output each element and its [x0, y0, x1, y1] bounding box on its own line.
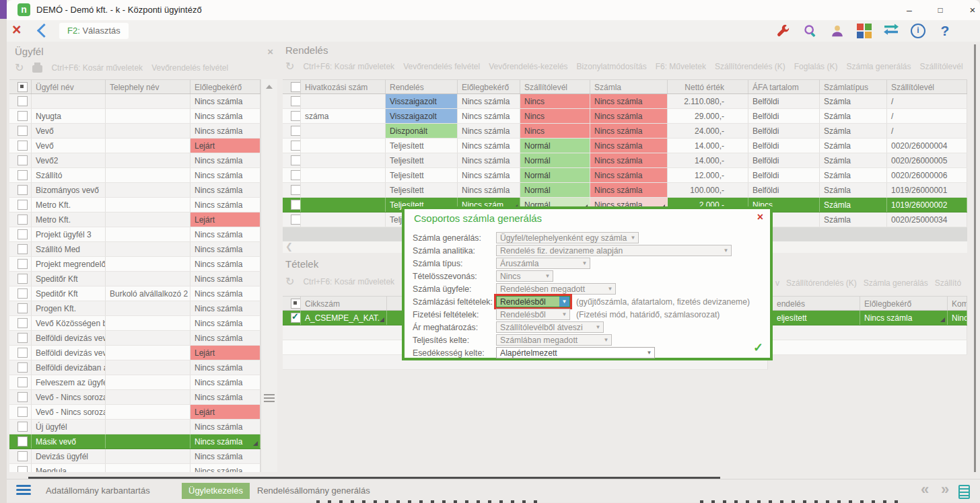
dropdown-6[interactable]: Rendelésből▼: [496, 296, 570, 307]
row-checkbox[interactable]: [18, 436, 28, 447]
dropdown-10[interactable]: Alapértelmezett▼: [496, 347, 655, 358]
nav-prev-icon[interactable]: «: [921, 481, 929, 498]
toolbar-action[interactable]: Vevőrendelés felvétel: [403, 62, 480, 71]
table-row[interactable]: Vevő - Nincs sorozatLejárt: [9, 405, 260, 420]
row-checkbox[interactable]: [291, 141, 301, 151]
row-checkbox[interactable]: [291, 126, 301, 136]
row-checkbox[interactable]: [291, 313, 301, 323]
info-icon[interactable]: i: [910, 23, 926, 39]
table-row[interactable]: Progen Kft.Nincs számla: [9, 301, 260, 316]
table-row[interactable]: Speditőr KftBurkoló alvállalkozó 2Nincs …: [9, 286, 260, 301]
list-panel-icon[interactable]: [958, 485, 970, 499]
table-row[interactable]: VisszaigazoltNincs számlaNincsNincs szám…: [283, 94, 967, 109]
row-checkbox[interactable]: [18, 259, 28, 269]
close-icon[interactable]: ×: [12, 21, 21, 39]
row-checkbox[interactable]: [18, 155, 28, 165]
maximize-button[interactable]: □: [929, 2, 952, 18]
row-checkbox[interactable]: [291, 200, 301, 210]
row-checkbox[interactable]: [18, 348, 28, 358]
table-row[interactable]: Projekt megrendelőNincs számla: [9, 257, 260, 272]
row-checkbox[interactable]: [291, 82, 301, 92]
row-checkbox[interactable]: [18, 185, 28, 195]
dropdown-2[interactable]: Rendelés fiz. devizaneme alapján▼: [496, 245, 732, 256]
refresh-icon[interactable]: ↻: [285, 277, 294, 286]
row-checkbox[interactable]: [18, 274, 28, 284]
toolbar-action[interactable]: F6: Műveletek: [656, 62, 706, 71]
dropdown-7[interactable]: Rendelésből▼: [496, 309, 570, 320]
table-row[interactable]: TeljesítettNincs számlaNormálNincs száml…: [283, 168, 967, 183]
window-scrollbar[interactable]: [974, 44, 976, 472]
toolbar-action[interactable]: Számla generálás: [846, 62, 911, 71]
row-checkbox[interactable]: [18, 422, 28, 432]
refresh-icon[interactable]: ↻: [285, 62, 294, 71]
toolbar-action[interactable]: Ctrl+F6: Kosár műveletek: [303, 277, 394, 286]
row-checkbox[interactable]: [18, 82, 28, 92]
tab-rendelesallomany[interactable]: Rendelésállomány generálás: [250, 483, 377, 499]
back-icon[interactable]: [37, 24, 51, 38]
row-checkbox[interactable]: [18, 229, 28, 239]
dropdown-1[interactable]: Ügyfel/telephelyenként egy számla▼: [496, 232, 639, 243]
dropdown-3[interactable]: Áruszámla▼: [496, 258, 590, 269]
row-checkbox[interactable]: [18, 318, 28, 328]
row-checkbox[interactable]: [18, 200, 28, 210]
table-row[interactable]: Nincs számla: [9, 94, 260, 109]
panel-close-icon[interactable]: ×: [267, 46, 273, 57]
table-row[interactable]: Vevő Közösségen beNincs számla: [9, 316, 260, 331]
row-checkbox[interactable]: [291, 111, 301, 121]
row-checkbox[interactable]: [291, 96, 301, 106]
toolbar-action[interactable]: Vevőrendelés-kezelés: [489, 62, 567, 71]
tab-adatallomany[interactable]: Adatállomány karbantartás: [39, 483, 157, 499]
menu-icon[interactable]: [16, 485, 31, 497]
table-row[interactable]: Speditőr KftNincs számla: [9, 272, 260, 286]
transfer-arrows-icon[interactable]: [883, 23, 899, 39]
table-row[interactable]: Belföldi devizás vevőNincs számla: [9, 331, 260, 346]
toolbar-action[interactable]: Ctrl+F6: Kosár műveletek: [303, 62, 394, 71]
row-checkbox[interactable]: [18, 377, 28, 387]
scroll-up-icon[interactable]: [266, 85, 273, 89]
minimize-button[interactable]: –: [898, 2, 921, 18]
toolbar-action[interactable]: Bizonylatmódosítás: [577, 62, 647, 71]
row-checkbox[interactable]: [18, 466, 28, 472]
table-row[interactable]: eljesítettNincs számlaNincs: [773, 311, 967, 325]
dialog-confirm-button[interactable]: ✓: [753, 340, 763, 355]
tab-ugyletkezeles[interactable]: Ügyletkezelés: [182, 483, 250, 499]
apps-grid-icon[interactable]: [856, 23, 872, 39]
row-checkbox[interactable]: [291, 170, 301, 180]
table-row[interactable]: Belföldi devizás vevőLejárt: [9, 346, 260, 360]
table-row[interactable]: MendulaNincs számla: [9, 464, 260, 472]
row-checkbox[interactable]: [18, 111, 28, 121]
table-row[interactable]: VevőNincs számla: [9, 124, 260, 139]
row-checkbox[interactable]: [18, 215, 28, 225]
search-icon[interactable]: [802, 23, 818, 39]
row-checkbox[interactable]: [291, 185, 301, 195]
table-row[interactable]: TeljesítettNincs számlaNormálNincs száml…: [283, 153, 967, 168]
dropdown-4[interactable]: Nincs▼: [496, 270, 553, 282]
toolbar-action[interactable]: Szállítórendelés (K): [715, 62, 785, 71]
tools-wrench-icon[interactable]: [775, 23, 792, 39]
row-checkbox[interactable]: [18, 244, 28, 254]
table-row[interactable]: számaVisszaigazoltNincs számlaNincsNincs…: [283, 109, 967, 124]
row-checkbox[interactable]: [18, 170, 28, 180]
table-row[interactable]: Metro Kft.Nincs számla: [9, 198, 260, 212]
window-close-button[interactable]: ×: [961, 2, 980, 18]
row-checkbox[interactable]: [18, 407, 28, 417]
user-icon[interactable]: [829, 23, 845, 39]
dialog-close-icon[interactable]: ×: [757, 211, 763, 223]
row-checkbox[interactable]: [18, 96, 28, 106]
table-row[interactable]: Devizás ügyfélNincs számla: [9, 449, 260, 464]
help-icon[interactable]: ?: [937, 23, 953, 39]
customers-scrollbar[interactable]: [260, 79, 277, 472]
row-checkbox[interactable]: [291, 155, 301, 165]
table-row[interactable]: TeljesítettNincs számlaNormálNincs száml…: [283, 183, 967, 198]
toolbar-action[interactable]: Foglalás (K): [794, 62, 838, 71]
table-row[interactable]: Metro Kft.Lejárt: [9, 212, 260, 227]
toolbar-action[interactable]: Szállítólevél: [920, 62, 963, 71]
refresh-icon[interactable]: ↻: [15, 63, 24, 73]
row-checkbox[interactable]: [291, 215, 301, 225]
table-row[interactable]: NyugtaNincs számla: [9, 109, 260, 124]
table-row[interactable]: Vevő - Nincs sorozatNincs számla: [9, 390, 260, 405]
splitter-grip-icon[interactable]: [264, 394, 275, 403]
table-row[interactable]: SzállítóNincs számla: [9, 168, 260, 183]
table-row[interactable]: Belföldi devizában adNincs számla: [9, 360, 260, 375]
table-row[interactable]: Szállító MedNincs számla: [9, 242, 260, 257]
